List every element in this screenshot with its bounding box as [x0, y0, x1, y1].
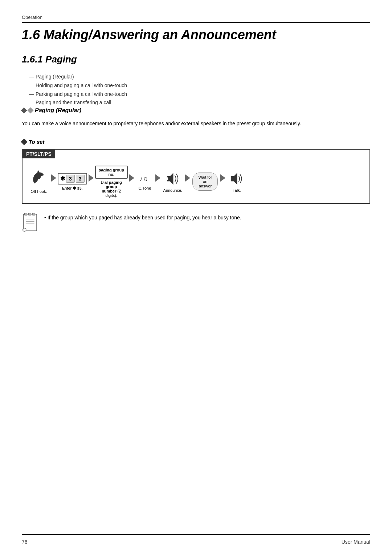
top-rule [22, 22, 370, 23]
toc-item-2: — Holding and paging a call with one-tou… [29, 81, 127, 90]
key-3a: 3 [66, 175, 75, 183]
to-set-diamond [21, 138, 27, 145]
arrow-shape-4 [155, 174, 160, 182]
arrow-shape-6 [220, 174, 225, 182]
bottom-rule [22, 534, 370, 535]
step-ctone: ♪♫ C.Tone [136, 173, 154, 190]
section-title: 1.6.1 Paging [22, 54, 77, 65]
page-label: User Manual [342, 539, 370, 545]
box-content: Off-hook. ✱ 3 3 Enter ✱ 33. paging group… [23, 158, 369, 203]
step-enter: ✱ 3 3 Enter ✱ 33. [58, 173, 87, 191]
step-paging: paging group no. Dial paging groupnumber… [95, 166, 128, 198]
wait-label: Wait for an answer [199, 175, 212, 188]
note-section: i • If the group which you paged has alr… [22, 212, 370, 232]
key-star: ✱ [60, 175, 65, 182]
arrow-5 [185, 174, 190, 189]
key-group: ✱ 3 3 [58, 173, 87, 185]
step-off-hook: Off-hook. [28, 170, 50, 194]
off-hook-label: Off-hook. [30, 189, 47, 194]
to-set-label: To set [29, 139, 45, 145]
arrow-1 [51, 174, 56, 189]
svg-marker-0 [37, 170, 40, 173]
ctone-label: C.Tone [138, 186, 151, 190]
toc-item-3: — Parking and paging a call with one-tou… [29, 90, 127, 99]
paging-box: paging group no. [95, 166, 128, 179]
page-number: 76 [22, 539, 28, 545]
step-announce: Announce. [162, 171, 184, 193]
step-wait: Wait for an answer [192, 173, 219, 191]
svg-point-4 [167, 178, 168, 180]
arrow-2 [89, 174, 94, 189]
note-text: • If the group which you paged has alrea… [44, 212, 241, 222]
breadcrumb: Operation [22, 15, 42, 20]
enter-label: Enter ✱ 33. [62, 186, 83, 191]
wait-button: Wait for an answer [192, 173, 218, 191]
to-set-header: To set [22, 139, 45, 145]
description-text: You can make a voice announcement to pro… [22, 120, 370, 127]
toc-item-4: — Paging and then transfering a call [29, 98, 127, 107]
step-talk: Talk. [227, 171, 247, 193]
svg-text:i: i [24, 228, 24, 232]
instruction-box: PT/SLT/PS Off-hook. ✱ 3 3 Ent [22, 149, 370, 204]
arrow-4 [155, 174, 160, 189]
arrow-3 [129, 174, 134, 189]
tone-icon: ♪♫ [139, 173, 151, 185]
key-3b: 3 [76, 175, 85, 183]
paging-label: Dial paging groupnumber (2 digits). [97, 180, 126, 198]
announce-icon [165, 171, 181, 187]
diamond-icon-2 [28, 108, 34, 114]
box-header: PT/SLT/PS [23, 150, 55, 158]
arrow-shape-1 [51, 174, 56, 182]
page-title: 1.6 Making/Answering an Announcement [22, 27, 276, 42]
subsection-label: Paging (Regular) [35, 107, 81, 114]
arrow-6 [220, 174, 225, 189]
toc-item-1: — Paging (Regular) [29, 73, 127, 81]
talk-label: Talk. [233, 188, 241, 193]
paging-line1: paging group [99, 168, 124, 172]
talk-icon [229, 171, 245, 187]
subsection-header: Paging (Regular) [22, 107, 81, 114]
diamond-icon-1 [21, 108, 27, 114]
arrow-shape-2 [89, 174, 94, 182]
toc-list: — Paging (Regular) — Holding and paging … [29, 73, 127, 107]
arrow-shape-3 [129, 174, 134, 182]
announce-label: Announce. [163, 188, 183, 193]
svg-text:♪♫: ♪♫ [139, 175, 147, 182]
handset-icon [30, 170, 48, 188]
paging-line2: no. [99, 172, 124, 177]
arrow-shape-5 [185, 174, 190, 182]
note-icon: i [22, 212, 40, 232]
